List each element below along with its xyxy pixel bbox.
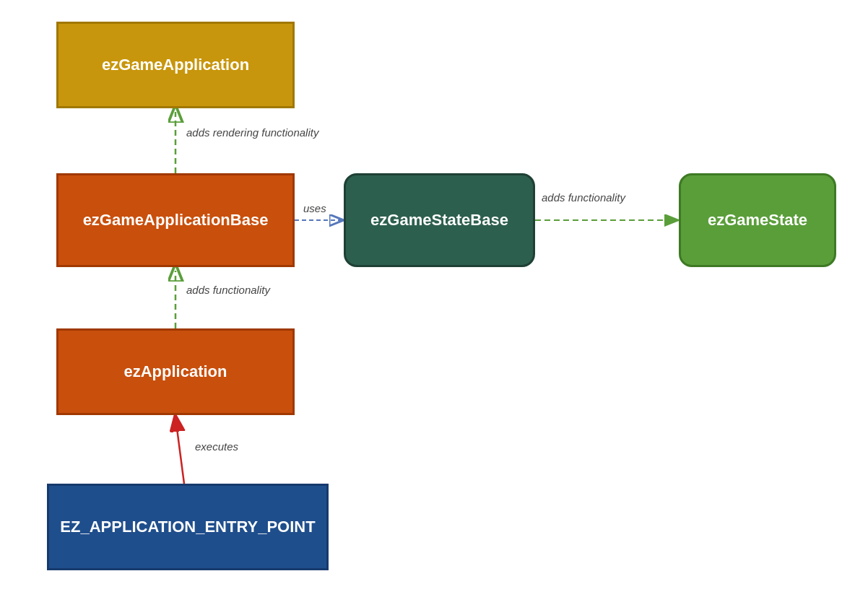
node-ez-game-state: ezGameState xyxy=(679,173,836,267)
node-ez-game-application-base-label: ezGameApplicationBase xyxy=(83,211,269,230)
node-ez-game-state-base: ezGameStateBase xyxy=(344,173,535,267)
arrow-entry-to-app xyxy=(175,417,184,484)
node-ez-game-state-label: ezGameState xyxy=(708,211,807,230)
edge-label-uses: uses xyxy=(303,202,326,214)
node-entry-point: EZ_APPLICATION_ENTRY_POINT xyxy=(47,484,329,570)
node-ez-application-label: ezApplication xyxy=(123,362,227,381)
edge-label-executes: executes xyxy=(195,440,238,453)
node-ez-application: ezApplication xyxy=(56,328,295,415)
edge-label-adds-functionality-2: adds functionality xyxy=(542,191,625,204)
node-ez-game-state-base-label: ezGameStateBase xyxy=(370,211,508,230)
node-entry-point-label: EZ_APPLICATION_ENTRY_POINT xyxy=(60,518,315,536)
diagram-container: ezGameApplication ezGameApplicationBase … xyxy=(0,0,868,597)
node-ez-game-application-label: ezGameApplication xyxy=(102,56,249,74)
node-ez-game-application: ezGameApplication xyxy=(56,22,295,108)
edge-label-adds-rendering: adds rendering functionality xyxy=(186,126,318,139)
node-ez-game-application-base: ezGameApplicationBase xyxy=(56,173,295,267)
edge-label-adds-functionality-1: adds functionality xyxy=(186,284,270,296)
